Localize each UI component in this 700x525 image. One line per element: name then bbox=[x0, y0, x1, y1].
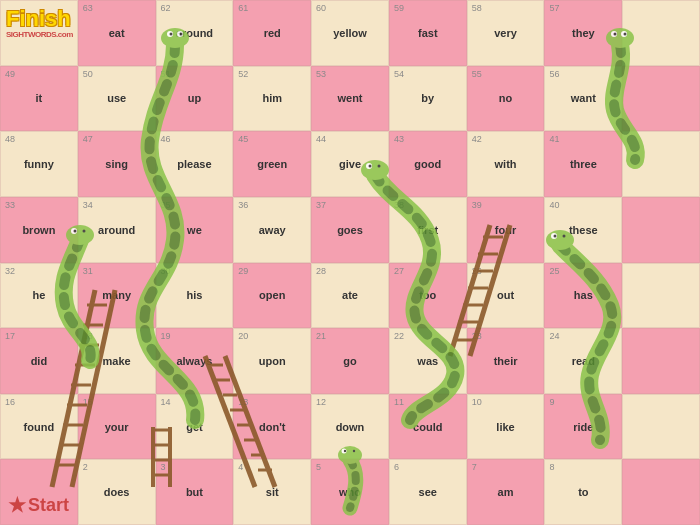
board-cell: 53went bbox=[311, 66, 389, 132]
cell-word: but bbox=[186, 486, 203, 498]
board-cell: 7am bbox=[467, 459, 545, 525]
cell-word: make bbox=[103, 355, 131, 367]
board-cell: 14get bbox=[156, 394, 234, 460]
cell-word: out bbox=[497, 289, 514, 301]
cell-number: 35 bbox=[161, 200, 171, 210]
cell-word: was bbox=[417, 355, 438, 367]
cell-word: did bbox=[31, 355, 48, 367]
cell-word: sing bbox=[105, 158, 128, 170]
cell-number: 47 bbox=[83, 134, 93, 144]
cell-word: goes bbox=[337, 224, 363, 236]
cell-number: 56 bbox=[549, 69, 559, 79]
board-cell bbox=[622, 66, 700, 132]
cell-word: they bbox=[572, 27, 595, 39]
board-cell: 2does bbox=[78, 459, 156, 525]
cell-word: up bbox=[188, 92, 201, 104]
cell-word: want bbox=[571, 92, 596, 104]
cell-number: 11 bbox=[394, 397, 404, 407]
board-cell bbox=[622, 459, 700, 525]
cell-word: his bbox=[186, 289, 202, 301]
cell-number: 6 bbox=[394, 462, 399, 472]
cell-word: your bbox=[105, 421, 129, 433]
board-cell: 20upon bbox=[233, 328, 311, 394]
cell-number: 46 bbox=[161, 134, 171, 144]
cell-number: 16 bbox=[5, 397, 15, 407]
board-cell: 16found bbox=[0, 394, 78, 460]
cell-word: like bbox=[496, 421, 514, 433]
cell-word: with bbox=[495, 158, 517, 170]
cell-word: we bbox=[187, 224, 202, 236]
cell-word: it bbox=[36, 92, 43, 104]
sightwords-label: SIGHTWORDS.com bbox=[6, 30, 73, 39]
board-cell: 59fast bbox=[389, 0, 467, 66]
cell-word: read bbox=[572, 355, 595, 367]
board-cell: 57they bbox=[544, 0, 622, 66]
board-cell: 35we bbox=[156, 197, 234, 263]
board-cell: 30his bbox=[156, 263, 234, 329]
cell-word: see bbox=[419, 486, 437, 498]
cell-number: 58 bbox=[472, 3, 482, 13]
cell-word: many bbox=[102, 289, 131, 301]
cell-number: 30 bbox=[161, 266, 171, 276]
cell-number: 25 bbox=[549, 266, 559, 276]
board-grid: 63eat62around61red60yellow59fast58very57… bbox=[0, 0, 700, 525]
board-cell: 15your bbox=[78, 394, 156, 460]
board-cell: 26out bbox=[467, 263, 545, 329]
board-cell: 42with bbox=[467, 131, 545, 197]
cell-word: around bbox=[176, 27, 213, 39]
cell-number: 40 bbox=[549, 200, 559, 210]
board-cell: 24read bbox=[544, 328, 622, 394]
board-cell: 50use bbox=[78, 66, 156, 132]
cell-number: 52 bbox=[238, 69, 248, 79]
cell-number: 17 bbox=[5, 331, 15, 341]
board-cell: 27too bbox=[389, 263, 467, 329]
cell-word: he bbox=[32, 289, 45, 301]
board-cell: 8to bbox=[544, 459, 622, 525]
cell-number: 15 bbox=[83, 397, 93, 407]
cell-word: away bbox=[259, 224, 286, 236]
board-cell: 46please bbox=[156, 131, 234, 197]
cell-word: went bbox=[337, 92, 362, 104]
cell-number: 34 bbox=[83, 200, 93, 210]
cell-word: their bbox=[494, 355, 518, 367]
cell-number: 31 bbox=[83, 266, 93, 276]
board-cell bbox=[622, 0, 700, 66]
cell-word: four bbox=[495, 224, 516, 236]
board-cell: 10like bbox=[467, 394, 545, 460]
board-cell: 12down bbox=[311, 394, 389, 460]
cell-word: fast bbox=[418, 27, 438, 39]
cell-word: always bbox=[176, 355, 212, 367]
board-cell: 47sing bbox=[78, 131, 156, 197]
cell-number: 33 bbox=[5, 200, 15, 210]
cell-word: ate bbox=[342, 289, 358, 301]
cell-word: could bbox=[413, 421, 442, 433]
cell-word: to bbox=[578, 486, 588, 498]
cell-word: does bbox=[104, 486, 130, 498]
cell-word: around bbox=[98, 224, 135, 236]
board-cell: 55no bbox=[467, 66, 545, 132]
board-cell: 61red bbox=[233, 0, 311, 66]
board-cell: 3but bbox=[156, 459, 234, 525]
cell-word: very bbox=[494, 27, 517, 39]
cell-number: 45 bbox=[238, 134, 248, 144]
cell-word: no bbox=[499, 92, 512, 104]
cell-word: who bbox=[339, 486, 361, 498]
cell-number: 54 bbox=[394, 69, 404, 79]
cell-word: open bbox=[259, 289, 285, 301]
cell-number: 3 bbox=[161, 462, 166, 472]
cell-number: 4 bbox=[238, 462, 243, 472]
cell-number: 60 bbox=[316, 3, 326, 13]
board-cell: 62around bbox=[156, 0, 234, 66]
cell-number: 5 bbox=[316, 462, 321, 472]
cell-number: 57 bbox=[549, 3, 559, 13]
board-cell: 13don't bbox=[233, 394, 311, 460]
board-cell bbox=[622, 328, 700, 394]
game-board: 63eat62around61red60yellow59fast58very57… bbox=[0, 0, 700, 525]
cell-number: 36 bbox=[238, 200, 248, 210]
cell-number: 12 bbox=[316, 397, 326, 407]
board-cell: 5who bbox=[311, 459, 389, 525]
cell-word: upon bbox=[259, 355, 286, 367]
cell-number: 44 bbox=[316, 134, 326, 144]
cell-number: 20 bbox=[238, 331, 248, 341]
board-cell bbox=[622, 197, 700, 263]
